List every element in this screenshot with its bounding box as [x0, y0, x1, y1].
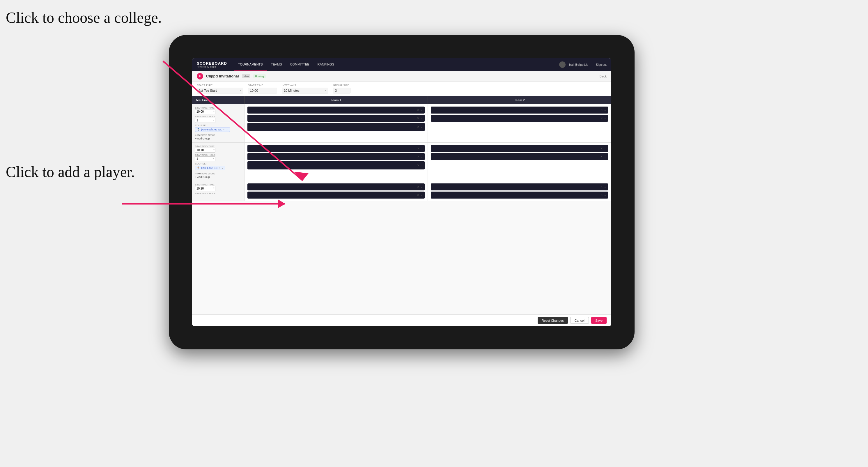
- starting-time-label-1: STARTING TIME:: [195, 106, 241, 109]
- player-slot-5-1[interactable]: ✕ ⌄: [247, 183, 425, 190]
- nav-tab-tournaments[interactable]: TOURNAMENTS: [234, 58, 267, 71]
- starting-hole-row-2: 1210: [195, 156, 241, 161]
- player-x-icon[interactable]: ✕: [417, 147, 420, 150]
- group-left-2: STARTING TIME: STARTING HOLE: 1210: [192, 143, 245, 181]
- player-x-icon[interactable]: ✕: [417, 108, 420, 112]
- course-arrow-icon[interactable]: ⌄: [421, 164, 423, 167]
- player-x-icon[interactable]: ✕: [417, 185, 420, 188]
- annotation-choose-college: Click to choose a college.: [6, 9, 162, 27]
- player-arrow-icon[interactable]: ⌄: [604, 185, 606, 188]
- course-tag-2[interactable]: 🏌 East Lake GC × ⌄: [195, 166, 225, 170]
- player-x-icon[interactable]: ✕: [600, 194, 603, 196]
- remove-group-link-1[interactable]: ○ Remove Group: [195, 134, 241, 136]
- player-x-icon[interactable]: ✕: [600, 155, 603, 158]
- course-tag-edit-1[interactable]: ⌄: [226, 128, 228, 131]
- starting-time-input-1[interactable]: [195, 109, 215, 114]
- player-slot-1-2[interactable]: ✕ ⌄: [247, 115, 425, 122]
- tournament-logo: C: [197, 73, 203, 80]
- group-size-input[interactable]: [333, 88, 350, 93]
- starting-hole-row-1: 1210: [195, 118, 241, 123]
- course-slot-2-1[interactable]: ✕ ⌄: [247, 161, 425, 169]
- course-x-icon[interactable]: ✕: [417, 164, 420, 167]
- remove-group-link-2[interactable]: ○ Remove Group: [195, 172, 241, 175]
- player-slot-5-2[interactable]: ✕ ⌄: [247, 192, 425, 198]
- tablet-screen: SCOREBOARD Powered by clippd TOURNAMENTS…: [192, 58, 611, 326]
- player-x-icon[interactable]: ✕: [600, 117, 603, 120]
- player-arrow-icon[interactable]: ⌄: [421, 147, 423, 150]
- tournament-name: Clippd Invitational: [206, 74, 239, 78]
- start-time-input[interactable]: [248, 88, 277, 93]
- annotation-add-player: Click to add a player.: [6, 163, 135, 181]
- player-slot-4-1[interactable]: ✕ ⌄: [431, 145, 608, 152]
- start-time-group: Start Time: [248, 84, 277, 93]
- team1-cell-1: ✕ ⌄ ✕ ⌄ ✕ ⌄: [245, 104, 428, 143]
- intervals-select[interactable]: 10 Minutes 8 Minutes 12 Minutes: [282, 88, 328, 93]
- nav-tab-committee[interactable]: COMMITTEE: [286, 58, 313, 71]
- course-tag-label-2: East Lake GC: [201, 166, 217, 169]
- player-x-icon[interactable]: ✕: [417, 117, 420, 120]
- starting-time-input-3[interactable]: [195, 186, 215, 191]
- table-body: STARTING TIME: STARTING HOLE: 1210: [192, 104, 611, 314]
- table-row: STARTING TIME: STARTING HOLE: 1210: [192, 104, 611, 143]
- sign-out-link[interactable]: Sign out: [596, 63, 607, 66]
- player-slot-6-1[interactable]: ✕ ⌄: [431, 183, 608, 190]
- player-arrow-icon[interactable]: ⌄: [604, 117, 606, 120]
- player-arrow-icon[interactable]: ⌄: [604, 155, 606, 158]
- course-slot-1-1[interactable]: ✕ ⌄: [247, 123, 425, 131]
- player-arrow-icon[interactable]: ⌄: [421, 117, 423, 120]
- player-x-icon[interactable]: ✕: [600, 185, 603, 188]
- tablet-device: SCOREBOARD Powered by clippd TOURNAMENTS…: [169, 35, 634, 349]
- col-team2: Team 2: [428, 96, 611, 104]
- player-arrow-icon[interactable]: ⌄: [604, 147, 606, 150]
- nav-tabs: TOURNAMENTS TEAMS COMMITTEE RANKINGS: [234, 58, 338, 71]
- back-button[interactable]: Back: [600, 74, 607, 78]
- intervals-label: Intervals: [282, 84, 328, 87]
- starting-time-wrap-1: [195, 109, 215, 114]
- player-arrow-icon[interactable]: ⌄: [604, 108, 606, 112]
- course-x-icon[interactable]: ✕: [417, 125, 420, 128]
- player-arrow-icon[interactable]: ⌄: [421, 194, 423, 196]
- start-type-group: Start Type 1st Tee Start Shotgun Start: [197, 84, 243, 93]
- player-arrow-icon[interactable]: ⌄: [604, 194, 606, 196]
- course-tag-edit-2[interactable]: ⌄: [221, 166, 223, 169]
- player-slot-1-1[interactable]: ✕ ⌄: [247, 106, 425, 114]
- starting-time-input-2[interactable]: [195, 148, 215, 153]
- player-slot-4-2[interactable]: ✕ ⌄: [431, 153, 608, 160]
- group-left-1: STARTING TIME: STARTING HOLE: 1210: [192, 104, 245, 143]
- starting-time-row-1: [195, 109, 241, 114]
- player-arrow-icon[interactable]: ⌄: [421, 185, 423, 188]
- course-tag-1[interactable]: 🏌 (A) Peachtree GC × ⌄: [195, 127, 230, 132]
- table-row: STARTING TIME: STARTING HOLE: 1210: [192, 143, 611, 181]
- cancel-button[interactable]: Cancel: [570, 317, 589, 324]
- nav-tab-rankings[interactable]: RANKINGS: [313, 58, 338, 71]
- save-button[interactable]: Save: [591, 317, 607, 324]
- start-type-select[interactable]: 1st Tee Start Shotgun Start: [197, 88, 243, 93]
- course-arrow-icon[interactable]: ⌄: [421, 125, 423, 128]
- controls-row: Start Type 1st Tee Start Shotgun Start S…: [192, 82, 611, 96]
- player-slot-3-1[interactable]: ✕ ⌄: [247, 145, 425, 152]
- player-arrow-icon[interactable]: ⌄: [421, 155, 423, 158]
- app-footer: Reset Changes Cancel Save: [192, 314, 611, 326]
- add-group-link-2[interactable]: + Add Group: [195, 176, 241, 179]
- player-slot-6-2[interactable]: ✕ ⌄: [431, 192, 608, 198]
- starting-time-row-2: [195, 148, 241, 153]
- player-x-icon[interactable]: ✕: [600, 147, 603, 150]
- player-arrow-icon[interactable]: ⌄: [421, 108, 423, 112]
- player-x-icon[interactable]: ✕: [417, 194, 420, 196]
- starting-hole-select-1[interactable]: 1210: [195, 118, 215, 123]
- player-slot-2-2[interactable]: ✕ ⌄: [431, 115, 608, 122]
- col-team1: Team 1: [245, 96, 428, 104]
- add-group-link-1[interactable]: + Add Group: [195, 137, 241, 140]
- course-tag-remove-2[interactable]: ×: [219, 166, 220, 169]
- gender-badge: Men: [242, 74, 251, 78]
- course-tag-remove-1[interactable]: ×: [223, 128, 225, 131]
- reset-changes-button[interactable]: Reset Changes: [538, 317, 568, 324]
- starting-time-label-3: STARTING TIME:: [195, 183, 241, 186]
- player-x-icon[interactable]: ✕: [600, 108, 603, 112]
- nav-tab-teams[interactable]: TEAMS: [267, 58, 286, 71]
- player-x-icon[interactable]: ✕: [417, 155, 420, 158]
- player-slot-2-1[interactable]: ✕ ⌄: [431, 106, 608, 114]
- team2-cell-2: ✕ ⌄ ✕ ⌄: [428, 143, 611, 181]
- starting-hole-select-2[interactable]: 1210: [195, 156, 215, 161]
- player-slot-3-2[interactable]: ✕ ⌄: [247, 153, 425, 160]
